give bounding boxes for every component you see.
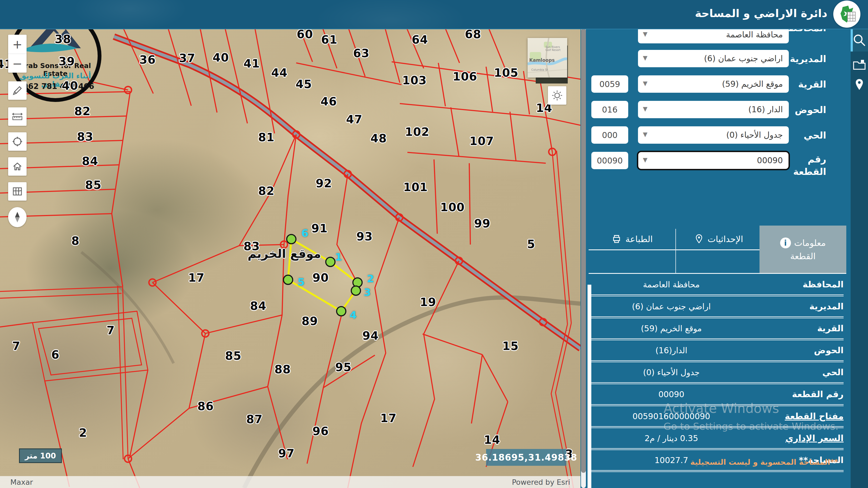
zoom-out-button[interactable]: − — [8, 54, 27, 73]
parcel-number-label: 44 — [271, 66, 287, 79]
info-icon: i — [780, 237, 791, 248]
basemap-icon — [12, 186, 23, 197]
chevron-down-icon: ▼ — [643, 75, 648, 93]
parcel-number-label: 40 — [213, 51, 229, 64]
compass-button[interactable] — [8, 207, 27, 227]
field-label-1: المديرية — [790, 53, 826, 65]
parcel-number-label: 88 — [275, 363, 291, 376]
active-tool-accent — [850, 29, 853, 52]
parcel-number-label: 84 — [82, 155, 98, 168]
brightness-button[interactable] — [548, 86, 566, 105]
table-row-label: الحي — [751, 367, 844, 378]
tab-separator — [675, 229, 676, 273]
field-dropdown-5[interactable]: 00090▼ — [638, 152, 789, 169]
scale-bar: 100 متر — [19, 448, 62, 463]
parcel-number-label: 2 — [79, 426, 87, 440]
parcel-number-label: 5 — [527, 237, 535, 251]
pencil-icon — [12, 86, 23, 96]
parcel-number-label: 46 — [321, 95, 337, 108]
table-row-2: القريةموقع الخريم (59) — [591, 318, 844, 340]
basemap-inset[interactable]: Sun Rivers Golf Resort Kamloops Columbia… — [528, 38, 567, 77]
field-label-2: القرية — [798, 78, 826, 91]
attribution-maxar: Maxar — [10, 478, 33, 486]
parcel-number-label: 87 — [246, 413, 262, 426]
zoom-in-button[interactable]: + — [8, 35, 27, 54]
tab-print[interactable]: الطباعة — [591, 226, 673, 253]
parcel-number-label: 17 — [380, 412, 397, 425]
parcel-number-label: 95 — [335, 361, 351, 374]
parcel-number-label: 105 — [494, 66, 519, 79]
parcel-number-label: 7 — [106, 324, 115, 337]
layers-tool-button[interactable] — [850, 53, 868, 76]
parcel-info-table: المحافظةمحافظة العاصمةالمديريةاراضي جنوب… — [591, 274, 844, 472]
field-code-5[interactable]: 00090 — [591, 152, 628, 169]
table-row-label: المحافظة — [751, 279, 844, 290]
inset-label-golf: Sun Rivers Golf Resort — [546, 45, 564, 52]
parcel-number-label: 60 — [297, 28, 313, 41]
tab-print-label: الطباعة — [625, 234, 653, 244]
map-canvas[interactable]: 3839404136374041444546474860616364681031… — [0, 0, 581, 488]
field-dropdown-2[interactable]: موقع الخريم (59)▼ — [638, 75, 789, 93]
field-dropdown-3[interactable]: الدار (16)▼ — [638, 101, 789, 118]
table-row-value: 00090 — [591, 390, 751, 399]
chevron-down-icon: ▼ — [643, 101, 648, 118]
table-row-value: 005901600000090 — [591, 412, 751, 421]
parcel-number-label: 36 — [140, 53, 156, 66]
parcel-number-label: 83 — [77, 130, 93, 143]
vertex-number-label: 2 — [367, 273, 374, 285]
measure-button[interactable] — [8, 107, 27, 126]
parcel-number-label: 39 — [59, 55, 75, 68]
field-label-3: الحوض — [795, 104, 826, 116]
folder-bookmark-icon — [852, 59, 866, 70]
field-value-5: 00090 — [654, 152, 783, 169]
basemap-button[interactable] — [8, 182, 27, 201]
chevron-down-icon: ▼ — [643, 50, 648, 67]
tab-underline — [589, 250, 760, 250]
table-row-label: القرية — [751, 323, 844, 333]
parcel-number-label: 38 — [55, 33, 71, 46]
table-row-label: الحوض — [751, 345, 844, 355]
parcel-search-panel: المحافظةمحافظة العاصمة▼المديريةاراضي جنو… — [581, 0, 850, 488]
sun-icon — [552, 90, 563, 101]
panel-tabbar: الطباعة الإحداثيات معلومات i القطعة — [581, 223, 850, 274]
parcel-number-label: 85 — [225, 349, 241, 362]
parcel-number-label: 81 — [258, 131, 275, 144]
parcel-number-label: 86 — [197, 400, 214, 413]
location-tool-button[interactable] — [850, 73, 868, 96]
table-row-value: جدول الأحياء (0) — [591, 368, 751, 377]
home-button[interactable] — [8, 157, 27, 176]
table-row-value: 0.35 دينار / م2 — [591, 433, 751, 443]
search-tool-button[interactable] — [850, 29, 868, 52]
table-row-1: المديريةاراضي جنوب عمان (6) — [591, 296, 844, 318]
parcel-number-label: 99 — [474, 217, 490, 230]
vertex-number-label: 3 — [364, 286, 371, 298]
measure-icon — [11, 112, 23, 121]
chevron-down-icon: ▼ — [643, 126, 648, 144]
parcel-number-label: 68 — [465, 28, 481, 41]
parcel-number-label: 92 — [316, 177, 332, 190]
field-dropdown-4[interactable]: جدول الأحياء (0)▼ — [638, 126, 789, 144]
attribution-esri: Powered by Esri — [512, 478, 570, 486]
field-code-4[interactable]: 000 — [591, 126, 628, 144]
tab-coordinates-label: الإحداثيات — [707, 234, 743, 244]
field-dropdown-1[interactable]: اراضي جنوب عمان (6)▼ — [638, 50, 789, 67]
draw-button[interactable] — [8, 82, 27, 100]
vertex-number-label: 5 — [298, 276, 305, 288]
tabbar-bottom-line — [589, 273, 846, 274]
app-title: دائرة الاراضي و المساحة — [695, 7, 827, 20]
locate-button[interactable] — [8, 132, 27, 151]
field-value-3: الدار (16) — [654, 101, 783, 118]
table-row-6: مفتاح القطعة005901600000090 — [591, 406, 844, 428]
field-code-3[interactable]: 016 — [591, 101, 628, 118]
tab-parcel-info[interactable]: معلومات i القطعة — [760, 226, 846, 273]
table-row-label: مفتاح القطعة — [751, 411, 844, 421]
table-row-0: المحافظةمحافظة العاصمة — [591, 274, 844, 296]
department-logo — [833, 1, 860, 28]
parcel-number-label: 6 — [51, 348, 59, 361]
inset-label-street: Columbia St — [531, 68, 548, 71]
tab-coordinates[interactable]: الإحداثيات — [681, 226, 757, 253]
field-code-2[interactable]: 0059 — [591, 75, 628, 93]
parcel-number-label: 91 — [311, 222, 328, 235]
vertex-number-label: 1 — [335, 251, 342, 263]
table-row-3: الحوضالدار(16) — [591, 340, 844, 362]
